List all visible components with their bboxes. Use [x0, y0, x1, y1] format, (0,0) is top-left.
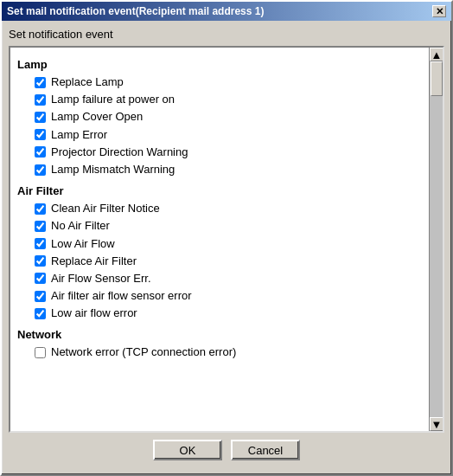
scroll-up-button[interactable]: ▲: [430, 48, 443, 61]
low-air-flow-label: Low Air Flow: [51, 236, 115, 252]
network-error-checkbox[interactable]: [35, 347, 46, 358]
notification-label: Set notification event: [9, 28, 444, 41]
lamp-cover-label: Lamp Cover Open: [51, 109, 143, 125]
dialog-title: Set mail notification event(Recipient ma…: [7, 5, 264, 17]
scrollbar-thumb[interactable]: [431, 61, 443, 96]
list-item: Lamp failure at power on: [35, 92, 422, 107]
lamp-section-header: Lamp: [17, 58, 422, 71]
dialog: Set mail notification event(Recipient ma…: [0, 0, 453, 476]
ok-button[interactable]: OK: [153, 440, 222, 460]
scroll-down-icon: ▼: [431, 418, 443, 431]
list-item: Network error (TCP connection error): [35, 344, 422, 360]
lamp-mismatch-label: Lamp Mismatch Warning: [51, 162, 175, 177]
list-item: No Air Filter: [35, 218, 422, 234]
air-flow-sensor-err-label: Air Flow Sensor Err.: [51, 271, 151, 286]
list-item: Low Air Flow: [35, 236, 422, 252]
lamp-cover-checkbox[interactable]: [35, 112, 46, 123]
lamp-failure-label: Lamp failure at power on: [51, 92, 175, 107]
air-filter-section-header: Air Filter: [17, 184, 422, 197]
clean-air-filter-checkbox[interactable]: [35, 203, 46, 215]
list-item: Replace Air Filter: [35, 254, 422, 269]
list-item: Projector Direction Warning: [35, 145, 422, 160]
scrollbar-track[interactable]: [430, 61, 443, 417]
low-air-flow-checkbox[interactable]: [35, 238, 46, 249]
lamp-error-checkbox[interactable]: [35, 129, 46, 140]
projector-direction-checkbox[interactable]: [35, 146, 46, 158]
replace-air-filter-label: Replace Air Filter: [51, 254, 137, 269]
lamp-mismatch-checkbox[interactable]: [35, 164, 46, 176]
dialog-content: Set notification event Lamp Replace Lamp…: [2, 21, 451, 474]
lamp-error-label: Lamp Error: [51, 127, 107, 143]
scrollbar[interactable]: ▲ ▼: [429, 48, 443, 431]
list-item: Lamp Mismatch Warning: [35, 162, 422, 177]
no-air-filter-label: No Air Filter: [51, 218, 110, 234]
list-item: Low air flow error: [35, 306, 422, 321]
projector-direction-label: Projector Direction Warning: [51, 145, 188, 160]
scroll-area: Lamp Replace Lamp Lamp failure at power …: [9, 46, 444, 433]
button-row: OK Cancel: [9, 433, 444, 467]
cancel-button[interactable]: Cancel: [231, 440, 300, 460]
low-air-flow-error-label: Low air flow error: [51, 306, 137, 321]
network-error-label: Network error (TCP connection error): [51, 344, 236, 360]
replace-lamp-label: Replace Lamp: [51, 74, 124, 90]
no-air-filter-checkbox[interactable]: [35, 221, 46, 232]
scroll-content[interactable]: Lamp Replace Lamp Lamp failure at power …: [10, 48, 429, 431]
clean-air-filter-label: Clean Air Filter Notice: [51, 201, 160, 216]
list-item: Lamp Error: [35, 127, 422, 143]
scroll-up-icon: ▲: [431, 48, 443, 61]
list-item: Replace Lamp: [35, 74, 422, 90]
scroll-down-button[interactable]: ▼: [430, 417, 443, 431]
low-air-flow-error-checkbox[interactable]: [35, 308, 46, 319]
air-filter-flow-sensor-checkbox[interactable]: [35, 291, 46, 302]
list-item: Lamp Cover Open: [35, 109, 422, 125]
network-section-header: Network: [17, 328, 422, 341]
replace-lamp-checkbox[interactable]: [35, 77, 46, 88]
list-item: Air filter air flow sensor error: [35, 288, 422, 304]
title-bar: Set mail notification event(Recipient ma…: [2, 2, 451, 21]
lamp-failure-checkbox[interactable]: [35, 94, 46, 106]
air-flow-sensor-err-checkbox[interactable]: [35, 273, 46, 284]
close-button[interactable]: ✕: [432, 5, 446, 17]
replace-air-filter-checkbox[interactable]: [35, 255, 46, 267]
list-item: Air Flow Sensor Err.: [35, 271, 422, 286]
air-filter-flow-sensor-label: Air filter air flow sensor error: [51, 288, 192, 304]
list-item: Clean Air Filter Notice: [35, 201, 422, 216]
